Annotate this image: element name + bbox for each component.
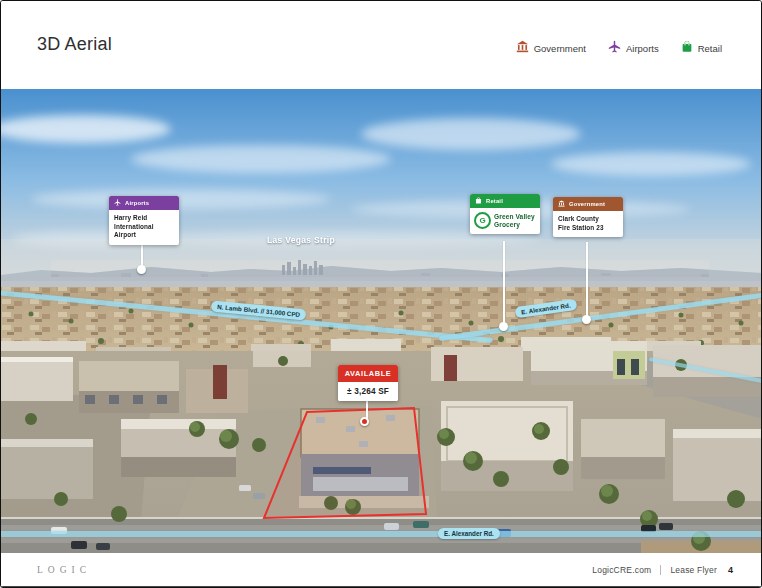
government-bank-icon	[558, 200, 565, 208]
green-valley-grocery-name: Green Valley Grocery	[494, 213, 535, 228]
callout-government: Government Clark County Fire Station 23	[553, 197, 623, 237]
callout-retail: Retail G Green Valley Grocery	[470, 194, 540, 234]
aerial-photo: N. Lamb Blvd. // 31,000 CPD E. Alexander…	[1, 89, 762, 553]
callout-available: AVAILABLE ± 3,264 SF	[338, 365, 398, 401]
government-bank-icon	[516, 39, 529, 57]
available-square-footage: ± 3,264 SF	[338, 382, 398, 401]
logic-logo: LOGIC	[37, 565, 91, 575]
callout-airport-name: Harry Reid International Airport	[109, 210, 179, 245]
footer-document-type: Lease Flyer	[670, 565, 717, 575]
map-legend: Government Airports Retail	[516, 39, 722, 57]
shopping-bag-icon	[475, 197, 482, 205]
callout-retail-category: Retail	[486, 198, 503, 204]
government-marker-dot	[582, 315, 591, 324]
callout-retail-header: Retail	[470, 194, 540, 208]
available-marker-dot	[360, 417, 369, 426]
las-vegas-strip-label: Las Vegas Strip	[253, 235, 349, 245]
aerial-scene-art	[1, 89, 762, 553]
callout-airport: Airports Harry Reid International Airpor…	[109, 196, 179, 245]
green-valley-grocery-monogram: G	[474, 212, 491, 229]
callout-government-category: Government	[569, 201, 605, 207]
footer-website: LogicCRE.com	[592, 565, 651, 575]
airplane-icon	[608, 39, 621, 57]
available-leader-line	[366, 400, 368, 419]
legend-label-retail: Retail	[698, 43, 722, 54]
available-status-badge: AVAILABLE	[338, 365, 398, 382]
legend-item-retail: Retail	[681, 39, 722, 57]
callout-government-header: Government	[553, 197, 623, 211]
footer-meta: LogicCRE.com Lease Flyer 4	[592, 565, 733, 575]
legend-label-government: Government	[534, 43, 586, 54]
legend-label-airports: Airports	[626, 43, 659, 54]
retail-marker-dot	[499, 322, 508, 331]
government-leader-line	[586, 242, 588, 319]
footer-page-number: 4	[728, 565, 733, 575]
green-valley-grocery-logo: G Green Valley Grocery	[470, 208, 540, 234]
page-footer: LOGIC LogicCRE.com Lease Flyer 4	[1, 553, 761, 586]
legend-item-airports: Airports	[608, 39, 659, 57]
road-highlight-alexander-near	[1, 531, 762, 537]
callout-government-name: Clark County Fire Station 23	[553, 211, 623, 237]
page-title: 3D Aerial	[37, 34, 112, 55]
road-label-alexander-near: E. Alexander Rd.	[438, 528, 500, 539]
callout-airport-header: Airports	[109, 196, 179, 210]
shopping-bag-icon	[681, 39, 693, 57]
page-header: 3D Aerial Government Airports Retail	[1, 1, 761, 89]
sky	[1, 89, 762, 289]
callout-airport-category: Airports	[125, 200, 149, 206]
footer-divider	[660, 565, 661, 575]
legend-item-government: Government	[516, 39, 586, 57]
airplane-icon	[114, 199, 121, 207]
retail-leader-line	[503, 241, 505, 326]
lease-flyer-page: 3D Aerial Government Airports Retail	[0, 0, 762, 588]
airport-marker-dot	[137, 265, 146, 274]
